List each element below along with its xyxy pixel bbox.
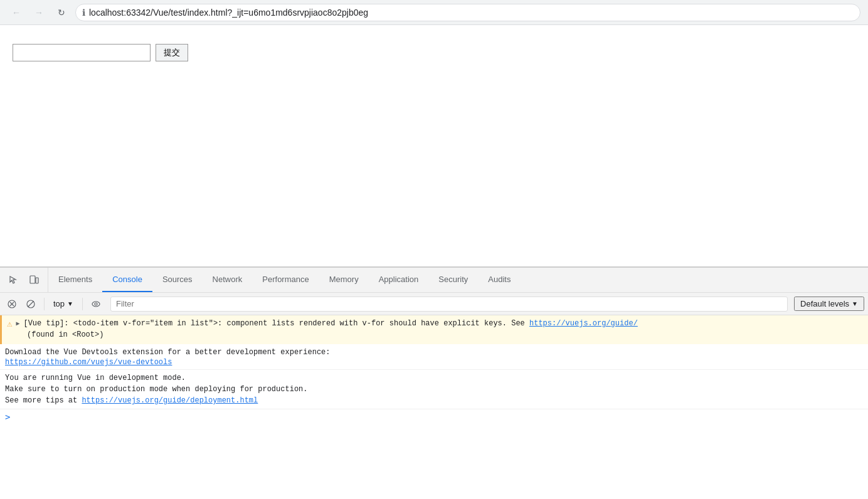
forward-button[interactable]: → <box>30 4 48 21</box>
console-prompt-icon: > <box>5 412 10 422</box>
warning-text: [Vue tip]: <todo-item v-for="item in lis… <box>23 318 637 329</box>
devtools-text: Download the Vue Devtools extension for … <box>5 347 863 358</box>
console-output: ⚠ ▶ [Vue tip]: <todo-item v-for="item in… <box>0 315 868 499</box>
tab-application[interactable]: Application <box>369 268 429 292</box>
warning-subtext: (found in <Root>) <box>7 329 863 342</box>
console-plain-message: You are running Vue in development mode.… <box>0 370 868 409</box>
filter-input[interactable] <box>110 297 788 312</box>
svg-rect-1 <box>36 278 38 283</box>
clear-console-button[interactable] <box>4 296 20 312</box>
svg-line-6 <box>28 301 34 307</box>
tab-audits[interactable]: Audits <box>478 268 521 292</box>
tab-console[interactable]: Console <box>102 268 152 292</box>
console-toolbar: top ▼ Default levels ▼ <box>0 293 868 315</box>
block-icon-button[interactable] <box>23 296 39 312</box>
reload-button[interactable]: ↻ <box>53 4 70 21</box>
svg-rect-0 <box>30 276 35 283</box>
devtools-icon-group <box>0 268 48 292</box>
devtools-link[interactable]: https://github.com/vuejs/vue-devtools <box>5 358 172 367</box>
chevron-down-icon: ▼ <box>67 300 73 307</box>
devtools-panel: Elements Console Sources Network Perform… <box>0 267 868 499</box>
dev-mode-text-3: See more tips at https://vuejs.org/guide… <box>5 395 863 406</box>
submit-button[interactable]: 提交 <box>156 44 188 61</box>
console-cursor-line: > <box>0 409 868 424</box>
back-button[interactable]: ← <box>8 4 25 21</box>
devtools-tabs: Elements Console Sources Network Perform… <box>48 268 868 292</box>
context-selector[interactable]: top ▼ <box>50 298 77 310</box>
console-warning-message: ⚠ ▶ [Vue tip]: <todo-item v-for="item in… <box>0 315 868 344</box>
levels-selector[interactable]: Default levels ▼ <box>794 297 864 311</box>
dev-mode-text-1: You are running Vue in development mode. <box>5 372 863 384</box>
svg-point-8 <box>95 303 97 305</box>
svg-point-7 <box>92 302 100 307</box>
page-input[interactable] <box>13 44 151 61</box>
deployment-link[interactable]: https://vuejs.org/guide/deployment.html <box>82 396 258 405</box>
url-text: localhost:63342/Vue/test/index.html?_ijt… <box>89 8 368 18</box>
eye-icon-button[interactable] <box>88 296 104 312</box>
page-content: 提交 <box>0 25 868 267</box>
levels-chevron-icon: ▼ <box>852 300 858 307</box>
page-form: 提交 <box>13 44 855 61</box>
warning-toggle[interactable]: ▶ <box>16 320 19 327</box>
separator-2 <box>82 298 83 310</box>
console-info-message: Download the Vue Devtools extension for … <box>0 344 868 370</box>
tab-memory[interactable]: Memory <box>319 268 369 292</box>
tab-performance[interactable]: Performance <box>252 268 319 292</box>
info-icon: ℹ <box>82 8 85 18</box>
warning-icon: ⚠ <box>7 318 12 329</box>
tab-network[interactable]: Network <box>203 268 253 292</box>
separator-1 <box>44 298 45 310</box>
device-toolbar-button[interactable] <box>25 271 43 289</box>
browser-toolbar: ← → ↻ ℹ localhost:63342/Vue/test/index.h… <box>0 0 868 25</box>
devtools-toolbar: Elements Console Sources Network Perform… <box>0 268 868 293</box>
tab-elements[interactable]: Elements <box>48 268 102 292</box>
address-bar: ℹ localhost:63342/Vue/test/index.html?_i… <box>75 4 860 21</box>
dev-mode-text-2: Make sure to turn on production mode whe… <box>5 384 863 395</box>
vue-guide-link[interactable]: https://vuejs.org/guide/ <box>529 319 638 328</box>
tab-sources[interactable]: Sources <box>152 268 203 292</box>
tab-security[interactable]: Security <box>428 268 478 292</box>
inspect-element-button[interactable] <box>5 271 23 289</box>
